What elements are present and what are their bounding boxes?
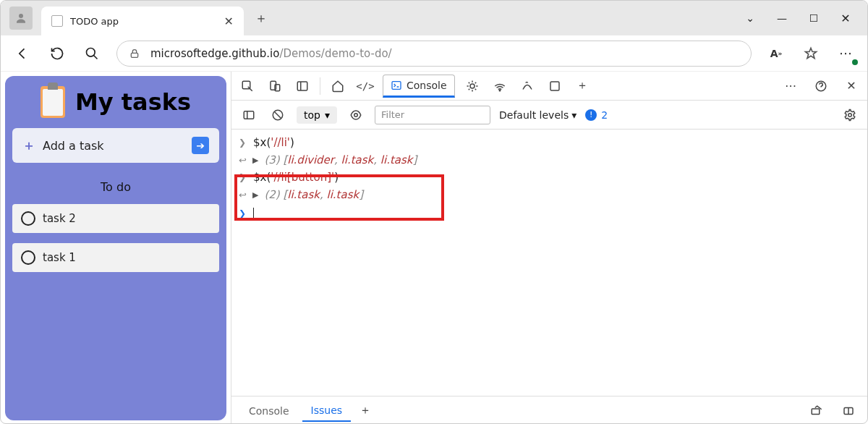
browser-menu-icon[interactable]: ⋯ [835, 43, 856, 64]
task-item[interactable]: task 2 [12, 204, 219, 233]
new-tab-button[interactable]: ＋ [250, 7, 273, 30]
drawer-add-tab-icon[interactable]: ＋ [355, 401, 375, 421]
input-chevron-icon: ❯ [239, 172, 247, 182]
svg-point-15 [848, 113, 852, 116]
window-controls: ⌄ — ☐ ✕ [744, 12, 867, 25]
console-output[interactable]: ❯ $x('//li') ↩ ▶ (3) [li.divider, li.tas… [231, 130, 867, 396]
output-arrow-icon: ↩ [239, 190, 247, 200]
section-heading: To do [12, 180, 219, 194]
url-field[interactable]: microsoftedge.github.io/Demos/demo-to-do… [116, 41, 752, 67]
submit-arrow-icon[interactable]: ➔ [192, 137, 209, 154]
console-output-line[interactable]: ↩ ▶ (2) [li.task, li.task] [239, 186, 860, 203]
plus-icon: ＋ [22, 137, 35, 154]
console-result: (2) [li.task, li.task] [264, 188, 363, 201]
maximize-icon[interactable]: ☐ [808, 12, 820, 24]
filter-placeholder: Filter [381, 109, 404, 120]
clipboard-icon [41, 86, 65, 118]
sources-tab-icon[interactable] [462, 76, 482, 96]
task-item[interactable]: task 1 [12, 243, 219, 272]
tab-title: TODO app [70, 16, 217, 27]
drawer-issues-tab[interactable]: Issues [302, 400, 352, 422]
task-checkbox[interactable] [21, 211, 35, 226]
add-task-label: Add a task [43, 139, 184, 153]
issues-indicator[interactable]: ! 2 [585, 109, 608, 121]
console-tab-label: Console [407, 80, 447, 91]
console-input-line: ❯ $x('//li[button]') [239, 169, 860, 186]
chevron-down-icon: ▾ [325, 109, 330, 121]
svg-rect-12 [244, 111, 254, 119]
elements-tab-icon[interactable]: </> [355, 76, 375, 96]
output-arrow-icon: ↩ [239, 155, 247, 166]
devtools-drawer-bar: Console Issues ＋ [231, 396, 867, 424]
svg-rect-2 [131, 53, 137, 57]
tab-favicon [51, 15, 63, 27]
chevron-down-icon[interactable]: ⌄ [744, 12, 756, 24]
refresh-button[interactable] [47, 43, 67, 64]
expand-triangle-icon[interactable]: ▶ [252, 190, 258, 200]
address-bar: microsoftedge.github.io/Demos/demo-to-do… [1, 35, 867, 72]
search-button[interactable] [82, 43, 102, 64]
panel-layout-icon[interactable] [292, 76, 312, 96]
svg-point-9 [499, 90, 501, 91]
console-result: (3) [li.divider, li.task, li.task] [264, 153, 417, 166]
inspect-element-icon[interactable] [237, 76, 258, 96]
drawer-icon-2[interactable] [838, 401, 859, 421]
svg-rect-6 [297, 82, 307, 90]
svg-rect-7 [392, 81, 401, 89]
console-output-line[interactable]: ↩ ▶ (3) [li.divider, li.task, li.task] [239, 151, 860, 169]
console-settings-icon[interactable] [840, 105, 860, 125]
svg-point-0 [19, 14, 23, 18]
network-tab-icon[interactable] [490, 76, 510, 96]
console-input-line: ❯ $x('//li') [239, 134, 860, 151]
expand-triangle-icon[interactable]: ▶ [252, 156, 258, 165]
task-checkbox[interactable] [21, 250, 35, 265]
add-task-button[interactable]: ＋ Add a task ➔ [12, 128, 219, 163]
input-chevron-icon: ❯ [239, 137, 247, 148]
chevron-down-icon: ▾ [571, 109, 576, 121]
clear-console-icon[interactable] [268, 105, 288, 125]
context-selector[interactable]: top ▾ [297, 106, 337, 124]
todo-header: My tasks [12, 86, 219, 118]
filter-input[interactable]: Filter [375, 106, 490, 124]
console-tab[interactable]: Console [383, 75, 455, 98]
svg-point-14 [354, 113, 358, 116]
svg-rect-10 [550, 82, 559, 90]
devtools-close-icon[interactable]: ✕ [841, 76, 861, 96]
favorite-icon[interactable] [801, 43, 821, 64]
devtools-tab-bar: </> Console ＋ ⋯ ✕ [231, 72, 867, 101]
devtools-more-icon[interactable]: ⋯ [780, 76, 801, 96]
svg-rect-16 [812, 409, 820, 415]
application-tab-icon[interactable] [545, 76, 565, 96]
context-label: top [304, 109, 320, 121]
issue-bubble-icon: ! [585, 109, 597, 121]
prompt-chevron-icon: ❯ [239, 208, 247, 219]
svg-point-1 [87, 48, 95, 56]
browser-tab[interactable]: TODO app ✕ [41, 7, 244, 35]
log-levels-selector[interactable]: Default levels ▾ [499, 109, 576, 121]
drawer-console-tab[interactable]: Console [240, 401, 298, 421]
help-icon[interactable] [811, 76, 831, 96]
svg-point-8 [470, 84, 475, 88]
console-command: $x('//li[button]') [253, 171, 339, 184]
performance-tab-icon[interactable] [517, 76, 537, 96]
drawer-icon-1[interactable] [807, 401, 827, 421]
device-toggle-icon[interactable] [265, 76, 285, 96]
read-aloud-icon[interactable]: A» [766, 43, 786, 64]
tab-close-icon[interactable]: ✕ [224, 14, 234, 28]
issues-count: 2 [601, 109, 608, 121]
text-cursor [253, 208, 254, 219]
page-title: My tasks [75, 88, 191, 116]
task-label: task 1 [43, 251, 76, 264]
sidebar-toggle-icon[interactable] [239, 105, 259, 125]
url-text: microsoftedge.github.io/Demos/demo-to-do… [150, 47, 392, 60]
live-expression-icon[interactable] [346, 105, 366, 125]
console-toolbar: top ▾ Filter Default levels ▾ ! 2 [231, 101, 867, 130]
levels-label: Default levels [499, 109, 569, 121]
more-tabs-icon[interactable]: ＋ [572, 76, 592, 96]
minimize-icon[interactable]: — [776, 12, 788, 24]
back-button[interactable] [12, 43, 33, 64]
welcome-tab-icon[interactable] [328, 76, 348, 96]
console-prompt[interactable]: ❯ [239, 203, 860, 219]
profile-avatar[interactable] [9, 7, 33, 30]
close-window-icon[interactable]: ✕ [840, 12, 851, 25]
